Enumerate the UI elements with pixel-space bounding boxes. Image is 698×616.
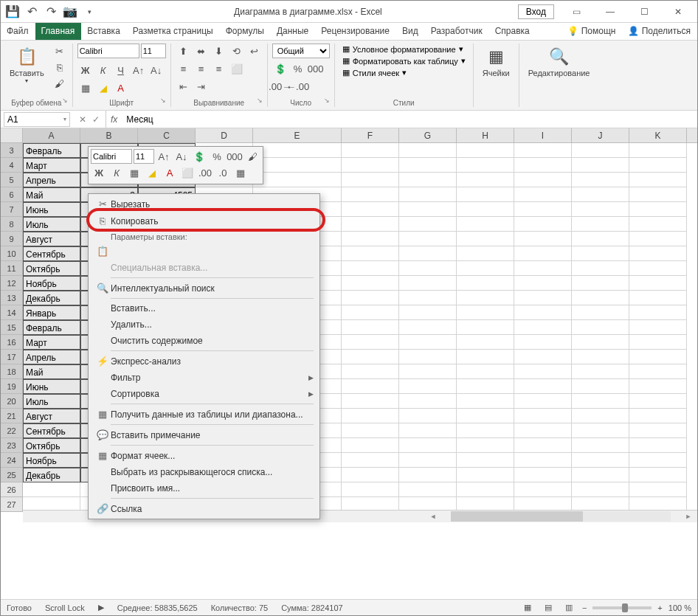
col-header-E[interactable]: E: [253, 128, 342, 142]
row-header[interactable]: 7: [1, 202, 23, 217]
zoom-slider[interactable]: [592, 606, 652, 609]
cell[interactable]: Октябрь: [23, 261, 80, 276]
minimize-icon[interactable]: —: [594, 1, 626, 22]
cell[interactable]: [342, 320, 399, 335]
cell[interactable]: [457, 335, 514, 350]
fx-icon[interactable]: fx: [106, 114, 122, 125]
col-header-I[interactable]: I: [514, 128, 572, 142]
maximize-icon[interactable]: ☐: [628, 1, 660, 22]
cell[interactable]: [514, 217, 572, 232]
menu-link[interactable]: 🔗Ссылка: [89, 500, 319, 517]
cell[interactable]: [342, 305, 399, 320]
align-bottom-icon[interactable]: ⬇: [211, 44, 227, 58]
tab-file[interactable]: Файл: [1, 23, 35, 40]
cell[interactable]: [629, 217, 687, 232]
cell[interactable]: [572, 453, 629, 468]
cell[interactable]: [629, 202, 687, 217]
cell[interactable]: [572, 187, 629, 202]
underline-button[interactable]: Ч: [113, 63, 129, 77]
redo-icon[interactable]: ↷: [42, 3, 60, 21]
tab-developer[interactable]: Разработчик: [425, 23, 489, 40]
col-header-D[interactable]: D: [196, 128, 253, 142]
cell[interactable]: Декабрь: [23, 468, 80, 482]
row-header[interactable]: 4: [1, 158, 23, 173]
cell[interactable]: [514, 482, 572, 497]
cell[interactable]: [629, 320, 687, 335]
row-header[interactable]: 25: [1, 468, 23, 482]
login-button[interactable]: Вход: [518, 4, 554, 19]
cell[interactable]: [457, 187, 514, 202]
font-color-icon[interactable]: A: [113, 80, 129, 95]
cell[interactable]: [342, 187, 399, 202]
cell[interactable]: [399, 423, 457, 438]
row-header[interactable]: 24: [1, 453, 23, 468]
cell[interactable]: [457, 202, 514, 217]
cell[interactable]: [572, 423, 629, 438]
align-launcher-icon[interactable]: ↘: [257, 97, 266, 105]
mini-size-combo[interactable]: [134, 149, 154, 164]
cell[interactable]: [342, 350, 399, 364]
row-header[interactable]: 9: [1, 232, 23, 246]
cell[interactable]: Февраль: [23, 320, 80, 335]
cell[interactable]: [629, 261, 687, 276]
mini-borders-icon[interactable]: ▦: [126, 165, 142, 180]
align-right-icon[interactable]: ≡: [211, 61, 227, 76]
cell[interactable]: [629, 423, 687, 438]
cell[interactable]: Март: [23, 335, 80, 350]
bold-button[interactable]: Ж: [77, 63, 94, 77]
align-left-icon[interactable]: ≡: [176, 61, 192, 76]
cell[interactable]: [629, 232, 687, 246]
wrap-text-icon[interactable]: ↩: [246, 44, 263, 58]
cell[interactable]: [514, 394, 572, 409]
cell[interactable]: [629, 394, 687, 409]
scroll-left-icon[interactable]: ◄: [427, 513, 439, 520]
cell[interactable]: [514, 187, 572, 202]
cell[interactable]: [342, 291, 399, 305]
row-header[interactable]: 23: [1, 438, 23, 453]
tab-formulas[interactable]: Формулы: [220, 23, 271, 40]
grow-font-icon[interactable]: A↑: [131, 63, 147, 77]
cell[interactable]: [514, 291, 572, 305]
paste-button[interactable]: 📋 Вставить ▾: [5, 44, 49, 86]
menu-smart-lookup[interactable]: 🔍Интеллектуальный поиск: [89, 280, 319, 297]
cell[interactable]: [572, 350, 629, 364]
tab-help[interactable]: Справка: [489, 23, 536, 40]
cell[interactable]: [572, 320, 629, 335]
align-center-icon[interactable]: ≡: [193, 61, 210, 76]
col-header-A[interactable]: A: [23, 128, 80, 142]
cell[interactable]: [342, 261, 399, 276]
row-header[interactable]: 27: [1, 497, 23, 512]
cell[interactable]: [572, 364, 629, 379]
mini-fill-icon[interactable]: ◢: [144, 165, 160, 180]
cell[interactable]: Сентябрь: [23, 423, 80, 438]
row-header[interactable]: 16: [1, 335, 23, 350]
cell[interactable]: [629, 379, 687, 394]
cell[interactable]: [629, 143, 687, 158]
scroll-right-icon[interactable]: ►: [683, 513, 694, 520]
col-header-B[interactable]: B: [80, 128, 138, 142]
cell[interactable]: [572, 246, 629, 261]
menu-cut[interactable]: ✂Вырезать: [89, 195, 319, 212]
cell[interactable]: [399, 409, 457, 423]
cell[interactable]: [399, 379, 457, 394]
font-size-combo[interactable]: [141, 44, 166, 58]
cell[interactable]: [342, 217, 399, 232]
cell[interactable]: Сентябрь: [23, 246, 80, 261]
name-box[interactable]: A1▾: [4, 112, 70, 127]
tab-review[interactable]: Рецензирование: [315, 23, 396, 40]
cell[interactable]: [399, 291, 457, 305]
camera-icon[interactable]: 📷: [61, 3, 79, 21]
zoom-in-icon[interactable]: +: [657, 603, 662, 612]
row-header[interactable]: 21: [1, 409, 23, 423]
cell[interactable]: Июль: [23, 217, 80, 232]
number-launcher-icon[interactable]: ↘: [324, 97, 333, 105]
row-header[interactable]: 5: [1, 173, 23, 187]
menu-insert[interactable]: Вставить...: [89, 300, 319, 316]
decrease-indent-icon[interactable]: ⇤: [176, 79, 192, 94]
cell[interactable]: [514, 453, 572, 468]
tab-page-layout[interactable]: Разметка страницы: [127, 23, 220, 40]
cell[interactable]: [457, 232, 514, 246]
cell[interactable]: [399, 158, 457, 173]
cell[interactable]: [457, 158, 514, 173]
cell[interactable]: [457, 173, 514, 187]
